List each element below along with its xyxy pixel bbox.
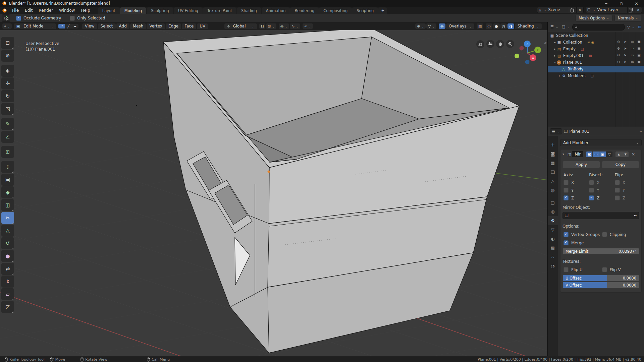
overlays-dropdown[interactable]: Overlays ⌄ <box>446 23 474 29</box>
tool-select-box[interactable]: ⊡ <box>1 37 14 49</box>
pin-icon[interactable]: ⌖ <box>640 129 642 134</box>
selectable-pointer-icon[interactable]: ➤ <box>622 40 629 44</box>
tool-move[interactable]: ✛ <box>1 77 14 89</box>
clipping-checkbox[interactable] <box>602 232 607 237</box>
tool-shrink-fatten[interactable]: ⇕ <box>1 276 14 288</box>
tab-texture[interactable]: ▩ <box>548 243 558 252</box>
axis-negative-x-ball[interactable] <box>520 46 524 51</box>
eyedropper-icon[interactable]: ✒ <box>634 213 637 218</box>
selectable-pointer-icon[interactable]: ➤ <box>622 47 629 50</box>
axis-z-checkbox[interactable] <box>564 195 569 200</box>
tool-transform[interactable]: ◈ <box>1 65 14 77</box>
new-collection-button[interactable]: ⊞ <box>637 24 643 29</box>
occlude-geometry-checkbox[interactable] <box>16 16 21 21</box>
view-layer-selector[interactable]: ❏ ⌄ View Layer × <box>586 7 642 13</box>
toggle-perspective-button[interactable] <box>476 40 484 48</box>
tool-cursor[interactable]: ⊕ <box>1 50 14 62</box>
new-scene-icon[interactable] <box>571 8 574 11</box>
viewport-disable-icon[interactable]: ▭ <box>629 40 636 44</box>
tab-material[interactable]: ◔ <box>548 261 558 270</box>
view-menu[interactable]: View <box>82 23 97 29</box>
display-mode-dropdown[interactable]: ❏ ⌄ <box>560 24 571 29</box>
maximize-button[interactable]: ▢ <box>614 0 629 7</box>
tab-texture-paint[interactable]: Texture Paint <box>203 7 236 14</box>
hide-eye-icon[interactable]: ⊙ <box>615 40 622 44</box>
flip-x-checkbox[interactable] <box>615 180 620 185</box>
menu-edit[interactable]: Edit <box>22 8 36 13</box>
tab-output[interactable]: ▦ <box>548 159 558 168</box>
modifier-delete-button[interactable]: × <box>632 152 635 157</box>
sidebar-collapse-arrow[interactable]: < <box>544 41 547 45</box>
search-input[interactable] <box>579 24 622 29</box>
modifier-move-up-button[interactable]: ▲ <box>615 152 622 157</box>
bisect-x-checkbox[interactable] <box>589 180 594 185</box>
face-menu[interactable]: Face <box>182 23 196 29</box>
tool-add-cube[interactable]: ⊞ <box>1 146 14 158</box>
properties-editor-type-button[interactable]: ≡ ⌄ <box>550 128 562 134</box>
tab-layout[interactable]: Layout <box>98 7 120 14</box>
tool-loop-cut[interactable]: ◫ <box>1 199 14 211</box>
row-binbody[interactable]: △ BinBody <box>548 66 644 72</box>
proportional-connected-dropdown[interactable]: ∞⌄ <box>303 23 313 29</box>
selectable-pointer-icon[interactable]: ➤ <box>622 53 629 57</box>
bisect-z-checkbox[interactable] <box>589 195 594 200</box>
tab-render[interactable]: ◙ <box>548 149 558 159</box>
light-icon[interactable]: ☀ <box>587 41 590 44</box>
tab-compositing[interactable]: Compositing <box>319 7 352 14</box>
face-select-mode-button[interactable]: ▰ <box>72 24 78 28</box>
scene-selector[interactable]: ◬ ⌄ Scene × <box>537 7 584 13</box>
transform-orientation-dropdown[interactable]: ✛ Global ⌄ <box>224 23 257 29</box>
camera-view-button[interactable] <box>486 40 494 48</box>
unlink-scene-icon[interactable]: × <box>577 8 583 12</box>
xray-toggle-button[interactable]: ▥ <box>477 23 483 29</box>
hide-eye-icon[interactable]: ⊙ <box>615 60 622 64</box>
tab-physics[interactable]: ◐ <box>548 234 558 243</box>
modifier-render-toggle[interactable]: ◙ <box>586 152 592 157</box>
tool-inset-faces[interactable]: ▣ <box>1 174 14 186</box>
vertex-groups-checkbox[interactable] <box>564 232 569 237</box>
row-modifiers[interactable]: ▸ ⚙ Modifiers ◫ <box>548 72 644 79</box>
tool-rotate[interactable]: ↻ <box>1 90 14 102</box>
shading-dropdown[interactable]: Shading ⌄ <box>515 23 542 29</box>
menu-window[interactable]: Window <box>56 8 78 13</box>
snap-target-dropdown[interactable]: ⊡⌄ <box>266 23 276 29</box>
modifier-editmode-toggle[interactable]: ▣ <box>599 152 606 157</box>
render-disable-icon[interactable]: ▣ <box>636 47 642 50</box>
tool-poly-build[interactable]: △ <box>1 225 14 237</box>
render-disable-icon[interactable]: ▣ <box>636 40 642 44</box>
overlays-toggle-button[interactable]: ◎ <box>439 23 445 29</box>
modifier-name-field[interactable]: Mir <box>572 151 583 157</box>
expand-icon[interactable]: ▾ <box>553 61 557 64</box>
collapse-icon[interactable]: ▾ <box>562 153 567 156</box>
modifier-move-down-button[interactable]: ▼ <box>622 152 629 157</box>
blender-logo-icon[interactable] <box>2 8 7 13</box>
tool-scale[interactable]: ◹ <box>1 103 14 115</box>
tab-animation[interactable]: Animation <box>262 7 290 14</box>
mesh-options-dropdown[interactable]: Mesh Options ⌄ <box>575 15 612 21</box>
tool-knife[interactable]: ✂ <box>1 212 14 224</box>
gizmos-dropdown[interactable]: ⊕⌄ <box>415 23 426 29</box>
tool-shear[interactable]: ▱ <box>1 288 14 300</box>
render-disable-icon[interactable]: ▣ <box>636 60 642 64</box>
menu-render[interactable]: Render <box>36 8 56 13</box>
add-modifier-dropdown[interactable]: Add Modifier ⌄ <box>560 139 642 146</box>
image-data-icon[interactable]: ▤ <box>589 54 592 58</box>
expand-icon[interactable]: ▸ <box>553 47 557 51</box>
apply-button[interactable]: Apply <box>562 161 600 168</box>
axis-negative-z-ball[interactable] <box>525 60 530 64</box>
add-menu[interactable]: Add <box>116 23 129 29</box>
row-empty-001[interactable]: ▸ ▤ Empty.001 ▤ ⊙ ➤ ▭ ▣ <box>548 52 644 59</box>
bisect-y-checkbox[interactable] <box>589 188 594 193</box>
vertex-menu[interactable]: Vertex <box>147 23 165 29</box>
tab-rendering[interactable]: Rendering <box>290 7 319 14</box>
menu-file[interactable]: File <box>9 8 22 13</box>
normals-dropdown[interactable]: Normals ⌄ <box>614 15 641 21</box>
tab-view-layer[interactable]: ❏ <box>548 168 558 177</box>
viewport-3d[interactable]: ⌖⌄ ▣ Edit Mode ⌄ ∷ ╱ ▰ View Select Add M… <box>0 22 547 356</box>
pan-view-button[interactable] <box>496 40 504 48</box>
show-overlays-filter-dropdown[interactable]: ▽⌄ <box>426 23 436 29</box>
edge-menu[interactable]: Edge <box>166 23 181 29</box>
shading-material-button[interactable]: ◔ <box>500 23 507 29</box>
row-plane-001[interactable]: ▾ ▾ Plane.001 ⊙ ➤ ▭ ▣ <box>548 59 644 66</box>
tab-modifiers[interactable]: ⚙ <box>548 216 558 225</box>
